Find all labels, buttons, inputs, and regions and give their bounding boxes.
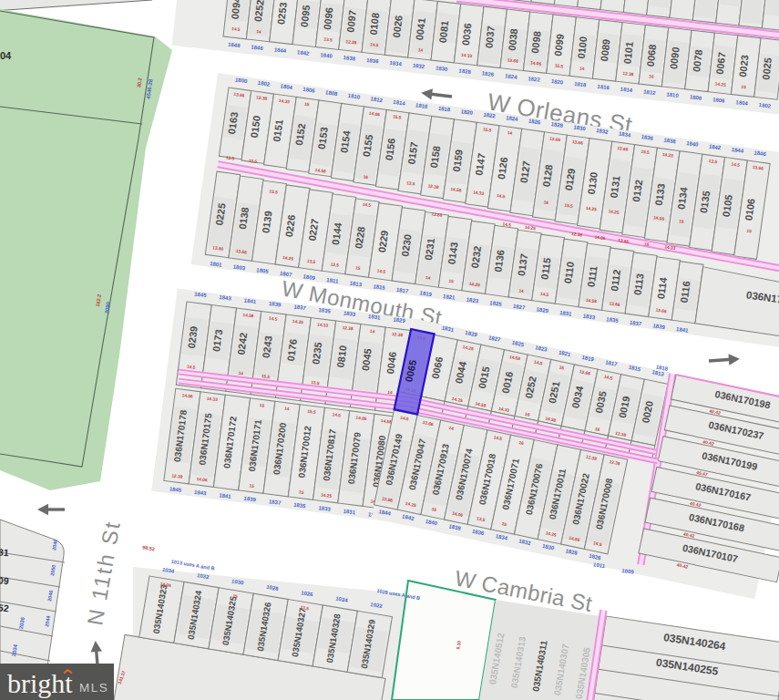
svg-text:16: 16 [259, 403, 264, 408]
svg-text:16: 16 [644, 242, 650, 247]
svg-text:16: 16 [649, 74, 654, 79]
svg-text:bright: bright [7, 668, 73, 698]
svg-text:15: 15 [741, 85, 746, 90]
svg-text:16: 16 [543, 200, 548, 205]
svg-text:0052: 0052 [0, 601, 9, 613]
svg-text:14: 14 [518, 289, 524, 294]
svg-text:04: 04 [0, 50, 12, 61]
svg-text:14: 14 [238, 371, 243, 376]
svg-text:16: 16 [679, 219, 684, 224]
svg-text:15: 15 [299, 489, 304, 495]
svg-text:15: 15 [304, 102, 310, 108]
svg-text:14: 14 [425, 275, 431, 281]
svg-text:14: 14 [418, 47, 424, 53]
svg-text:15: 15 [249, 483, 254, 489]
svg-text:MLS: MLS [79, 681, 108, 695]
svg-text:14: 14 [579, 67, 585, 72]
svg-text:14: 14 [256, 29, 261, 35]
svg-text:15: 15 [448, 279, 454, 284]
svg-text:0381: 0381 [0, 545, 9, 558]
svg-text:14: 14 [507, 130, 513, 136]
svg-text:15: 15 [355, 265, 361, 271]
svg-text:16: 16 [363, 175, 368, 180]
svg-text:14: 14 [370, 329, 375, 335]
svg-text:15: 15 [746, 229, 752, 234]
svg-text:14: 14 [284, 407, 290, 412]
svg-text:0109: 0109 [0, 573, 9, 586]
